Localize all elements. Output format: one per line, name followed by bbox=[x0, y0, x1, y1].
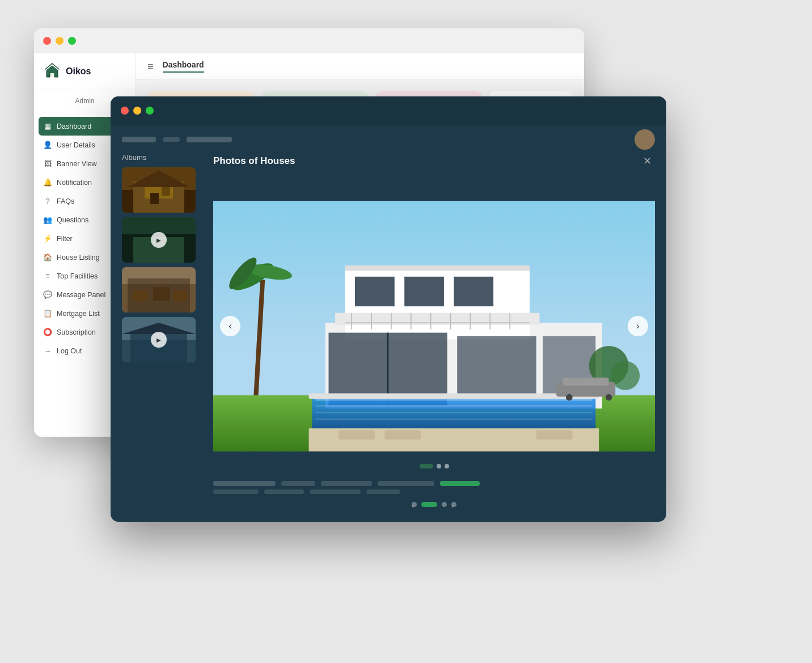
svg-rect-49 bbox=[309, 394, 599, 399]
house-thumb-1-img bbox=[122, 167, 196, 213]
header-blurred-2 bbox=[163, 137, 180, 142]
pagination-dot-active[interactable] bbox=[421, 502, 437, 507]
dot-yellow[interactable] bbox=[56, 37, 64, 45]
logout-icon: → bbox=[43, 347, 52, 355]
house-icon: 🏠 bbox=[43, 253, 52, 261]
dot-red[interactable] bbox=[43, 37, 51, 45]
sidebar-label-notification: Notification bbox=[57, 179, 92, 187]
house-thumb-3-img bbox=[122, 267, 196, 313]
dot-green[interactable] bbox=[68, 37, 76, 45]
facilities-icon: ≡ bbox=[43, 272, 52, 280]
close-button[interactable]: ✕ bbox=[639, 153, 655, 169]
svg-rect-0 bbox=[50, 73, 54, 77]
questions-icon: 👥 bbox=[43, 216, 52, 224]
carousel-dot-2[interactable] bbox=[437, 464, 441, 468]
info-blurred-3 bbox=[321, 481, 372, 486]
message-icon: 💬 bbox=[43, 290, 52, 299]
info-value bbox=[440, 481, 480, 486]
svg-rect-5 bbox=[150, 193, 159, 204]
photo-main: Photos of Houses ✕ bbox=[213, 153, 655, 510]
svg-rect-30 bbox=[355, 277, 395, 306]
album-thumb-4[interactable]: ▶ bbox=[122, 317, 196, 362]
pagination-next[interactable]: › bbox=[451, 502, 456, 507]
info-blurred-2 bbox=[281, 481, 315, 486]
banner-icon: 🖼 bbox=[43, 159, 52, 168]
info-blurred-1 bbox=[213, 481, 276, 486]
albums-panel: Albums ▶ bbox=[122, 153, 204, 510]
svg-rect-47 bbox=[345, 265, 530, 271]
sidebar-label-messagepanel: Message Panel bbox=[57, 291, 105, 299]
carousel-next-button[interactable]: › bbox=[628, 316, 648, 336]
info-blurred-8 bbox=[366, 489, 400, 494]
front-dot-yellow[interactable] bbox=[133, 107, 141, 115]
topbar: ≡ Dashboard bbox=[136, 53, 584, 80]
subscription-icon: ⭕ bbox=[43, 328, 52, 336]
svg-rect-61 bbox=[563, 378, 608, 386]
back-titlebar bbox=[34, 28, 584, 53]
front-titlebar bbox=[111, 96, 666, 125]
carousel-dots bbox=[420, 464, 449, 468]
sidebar-label-dashboard: Dashboard bbox=[57, 123, 91, 130]
svg-rect-50 bbox=[315, 399, 592, 400]
svg-rect-32 bbox=[454, 277, 493, 306]
play-icon-1[interactable]: ▶ bbox=[151, 232, 167, 248]
sidebar-label-mortgagelist: Mortgage List bbox=[57, 310, 100, 318]
front-window: Albums ▶ bbox=[111, 96, 666, 522]
info-blurred-7 bbox=[310, 489, 361, 494]
bottom-info-row1 bbox=[213, 481, 655, 486]
album-thumb-3[interactable] bbox=[122, 267, 196, 313]
pagination-dot-2[interactable] bbox=[442, 502, 447, 507]
sidebar-label-faqs: FAQs bbox=[57, 197, 74, 205]
sidebar-label-logout: Log Out bbox=[57, 347, 82, 355]
sidebar-brand: Oikos bbox=[34, 62, 136, 90]
info-blurred-6 bbox=[264, 489, 304, 494]
svg-point-63 bbox=[606, 394, 612, 401]
carousel-prev-button[interactable]: ‹ bbox=[220, 316, 240, 336]
sidebar-label-questions: Questions bbox=[57, 216, 88, 224]
photo-header: Photos of Houses ✕ bbox=[213, 153, 655, 169]
svg-rect-55 bbox=[339, 430, 375, 440]
hamburger-icon[interactable]: ≡ bbox=[147, 61, 154, 73]
svg-rect-57 bbox=[536, 430, 573, 440]
info-blurred-4 bbox=[378, 481, 434, 486]
play-icon-2[interactable]: ▶ bbox=[151, 332, 167, 348]
user-icon: 👤 bbox=[43, 141, 52, 149]
topbar-title: Dashboard bbox=[163, 60, 204, 73]
album-thumb-1[interactable] bbox=[122, 167, 196, 213]
svg-rect-15 bbox=[153, 287, 170, 301]
faq-icon: ? bbox=[43, 197, 52, 205]
photo-modal-title: Photos of Houses bbox=[213, 155, 295, 167]
sidebar-label-houselisting: House Listing bbox=[57, 254, 100, 261]
filter-icon: ⚡ bbox=[43, 234, 52, 243]
svg-rect-48 bbox=[312, 395, 595, 432]
svg-rect-35 bbox=[457, 336, 536, 395]
dashboard-icon: ▦ bbox=[43, 122, 52, 130]
profile-avatar bbox=[635, 129, 655, 150]
header-blurred-1 bbox=[122, 137, 156, 142]
pagination-prev[interactable]: ‹ bbox=[412, 502, 417, 507]
front-dot-green[interactable] bbox=[146, 107, 154, 115]
svg-rect-16 bbox=[173, 290, 187, 301]
main-house-image bbox=[213, 177, 655, 475]
svg-rect-31 bbox=[404, 277, 444, 306]
photo-carousel: ‹ › bbox=[213, 177, 655, 475]
carousel-dot-3[interactable] bbox=[445, 464, 449, 468]
header-blurred-3 bbox=[187, 137, 232, 142]
sidebar-label-userdetails: User Details bbox=[57, 141, 95, 149]
svg-rect-52 bbox=[315, 412, 592, 413]
front-dot-red[interactable] bbox=[121, 107, 129, 115]
svg-rect-6 bbox=[162, 187, 170, 196]
svg-rect-14 bbox=[133, 290, 147, 301]
info-blurred-5 bbox=[213, 489, 259, 494]
sidebar-label-filter: Filter bbox=[57, 235, 73, 243]
pagination-row: ‹ › bbox=[213, 499, 655, 510]
carousel-dot-active[interactable] bbox=[420, 464, 433, 468]
front-body: Albums ▶ bbox=[111, 125, 666, 522]
bottom-info-row2 bbox=[213, 489, 655, 494]
brand-logo-icon bbox=[43, 62, 61, 81]
mortgage-icon: 📋 bbox=[43, 309, 52, 318]
album-thumb-2[interactable]: ▶ bbox=[122, 217, 196, 263]
svg-point-62 bbox=[566, 394, 573, 401]
svg-rect-56 bbox=[384, 430, 421, 440]
svg-rect-51 bbox=[315, 406, 592, 407]
